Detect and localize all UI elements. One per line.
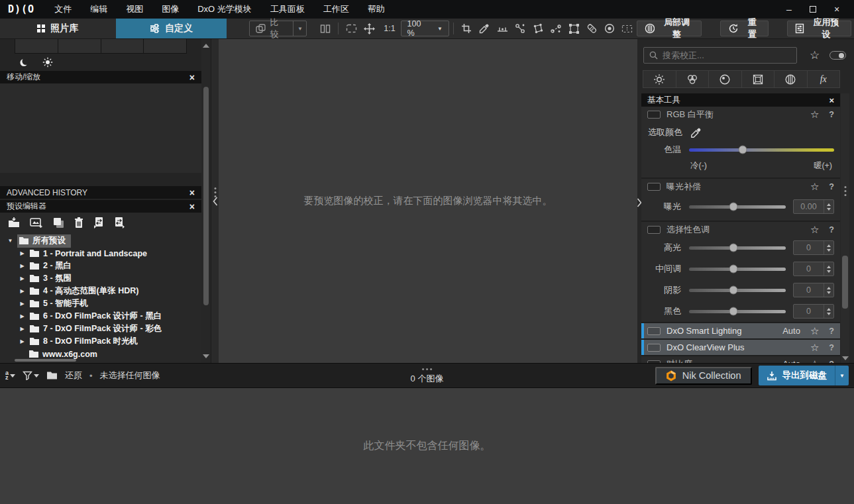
menu-view[interactable]: 视图: [117, 0, 152, 19]
search-box[interactable]: [643, 47, 797, 64]
maximize-button[interactable]: [801, 0, 825, 19]
value-stepper[interactable]: [824, 200, 833, 213]
menu-file[interactable]: 文件: [45, 0, 81, 19]
slider-handle[interactable]: [739, 146, 747, 154]
close-icon[interactable]: ×: [189, 202, 195, 211]
eyedropper-tool-button[interactable]: [476, 21, 494, 36]
reset-button[interactable]: 重置: [720, 21, 769, 36]
favorites-filter-star-icon[interactable]: ☆: [810, 50, 820, 61]
help-icon[interactable]: ?: [829, 110, 834, 119]
enable-checkbox[interactable]: [647, 226, 661, 234]
scroll-down-arrow[interactable]: [842, 356, 849, 360]
menu-image[interactable]: 图像: [152, 0, 188, 19]
color-picker-eyedropper-icon[interactable]: [690, 127, 702, 138]
control-polygon-tool-button[interactable]: [529, 21, 547, 36]
horizontal-scrollbar-thumb[interactable]: [15, 359, 76, 362]
active-corrections-toggle[interactable]: [829, 51, 846, 60]
tab-light[interactable]: [643, 70, 676, 88]
slider-handle[interactable]: [729, 203, 738, 211]
slider-handle[interactable]: [729, 265, 738, 274]
help-icon[interactable]: ?: [829, 343, 834, 352]
rename-preset-icon[interactable]: [114, 217, 125, 228]
left-panel-splitter[interactable]: [211, 39, 219, 363]
value-stepper[interactable]: [824, 283, 833, 297]
shadows-value-box[interactable]: 0: [793, 283, 834, 297]
smart-lighting-header[interactable]: DxO Smart Lighting Auto ☆ ?: [641, 323, 840, 338]
tree-collapsed-icon[interactable]: ▶: [19, 263, 26, 269]
enable-checkbox[interactable]: [647, 183, 661, 191]
exposure-value-box[interactable]: 0.00: [793, 199, 834, 214]
close-button[interactable]: ×: [825, 0, 849, 19]
menu-optics-modules[interactable]: DxO 光学模块: [188, 0, 261, 19]
slider-handle[interactable]: [729, 244, 738, 252]
midtones-value-box[interactable]: 0: [793, 262, 834, 276]
highlights-slider[interactable]: [689, 246, 786, 250]
scroll-up-arrow[interactable]: [203, 44, 209, 48]
tree-row-preset[interactable]: ▶ 7 - DxO FilmPack 设计师 - 彩色: [0, 323, 201, 335]
blacks-slider[interactable]: [689, 310, 786, 313]
slider-handle[interactable]: [729, 286, 738, 295]
menu-palettes[interactable]: 工具面板: [261, 0, 314, 19]
contrast-header[interactable]: 对比度 Auto ☆ ?: [641, 356, 840, 363]
tree-row-preset[interactable]: ▶ 3 - 氛围: [0, 272, 201, 285]
export-options-dropdown[interactable]: ▼: [835, 366, 849, 385]
red-eye-tool-button[interactable]: [601, 21, 619, 36]
right-panel-scrollbar[interactable]: [841, 93, 849, 363]
highlights-value-box[interactable]: 0: [793, 240, 834, 255]
enable-checkbox[interactable]: [647, 344, 661, 352]
value-stepper[interactable]: [824, 241, 833, 254]
restore-label[interactable]: 还原: [65, 370, 82, 381]
stepper-down-icon[interactable]: [827, 208, 831, 211]
help-icon[interactable]: ?: [829, 182, 834, 191]
duplicate-preset-icon[interactable]: [53, 217, 64, 228]
rgb-white-balance-header[interactable]: RGB 白平衡 ☆ ?: [641, 107, 840, 122]
left-panel-scrollbar[interactable]: [201, 39, 211, 363]
search-corrections-input[interactable]: [663, 50, 791, 60]
tab-color[interactable]: [676, 70, 710, 88]
shadow-clipping-icon[interactable]: [19, 58, 29, 68]
fit-screen-button[interactable]: [343, 21, 360, 36]
tree-collapsed-icon[interactable]: ▶: [19, 250, 26, 256]
tree-row-preset[interactable]: ▶ 4 - 高动态范围(单张 HDR): [0, 285, 201, 297]
menu-workspace[interactable]: 工作区: [314, 0, 358, 19]
tab-customize[interactable]: 自定义: [116, 19, 227, 38]
zoom-1to1-button[interactable]: 1:1: [378, 24, 400, 33]
selective-tone-header[interactable]: 选择性色调 ☆ ?: [641, 222, 840, 237]
tree-collapsed-icon[interactable]: ▶: [19, 326, 26, 332]
tree-collapsed-icon[interactable]: ▶: [19, 338, 26, 344]
delete-preset-icon[interactable]: [74, 217, 83, 228]
create-preset-from-image-icon[interactable]: [30, 217, 43, 228]
apply-preset-button[interactable]: 应用预设: [787, 21, 851, 36]
value-stepper[interactable]: [824, 262, 833, 276]
midtones-slider[interactable]: [689, 268, 786, 271]
enable-checkbox[interactable]: [647, 327, 661, 335]
favorite-star-icon[interactable]: ☆: [810, 225, 819, 234]
tab-detail[interactable]: [708, 70, 742, 88]
compare-dropdown[interactable]: ▼: [293, 21, 306, 36]
scrollbar-thumb[interactable]: [203, 87, 209, 305]
tab-local-adjustments[interactable]: [774, 70, 808, 88]
collapse-left-panel-chevron[interactable]: [213, 197, 218, 206]
minimize-button[interactable]: –: [777, 0, 801, 19]
zoom-level-dropdown[interactable]: 100 % ▼: [401, 21, 449, 36]
tree-row-preset[interactable]: ▶ 8 - DxO FilmPack 时光机: [0, 335, 201, 348]
control-point-tool-button[interactable]: [511, 21, 529, 36]
stepper-up-icon[interactable]: [827, 203, 831, 206]
compare-button[interactable]: 比较: [250, 21, 293, 36]
favorite-star-icon[interactable]: ☆: [810, 181, 819, 191]
scrollbar-thumb[interactable]: [842, 256, 848, 309]
enable-checkbox[interactable]: [647, 111, 661, 119]
help-icon[interactable]: ?: [829, 225, 834, 234]
tab-photolibrary[interactable]: 照片库: [0, 19, 116, 38]
sort-dropdown[interactable]: az: [5, 371, 15, 380]
crop-tool-button[interactable]: [458, 21, 476, 36]
menu-edit[interactable]: 编辑: [81, 0, 117, 19]
import-preset-icon[interactable]: [8, 217, 20, 228]
tree-collapsed-icon[interactable]: ▶: [19, 288, 26, 294]
value-stepper[interactable]: [824, 305, 833, 318]
nik-collection-button[interactable]: Nik Collection: [655, 367, 752, 385]
export-to-disk-button[interactable]: 导出到磁盘: [759, 366, 835, 385]
favorite-star-icon[interactable]: ☆: [810, 342, 819, 352]
tree-collapsed-icon[interactable]: ▶: [19, 301, 26, 307]
pan-button[interactable]: [360, 21, 378, 36]
